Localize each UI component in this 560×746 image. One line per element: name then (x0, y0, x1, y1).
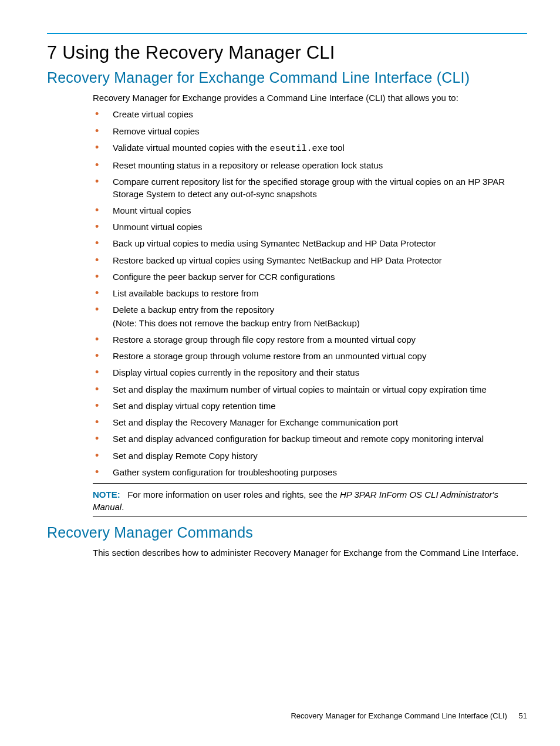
list-item: Restore a storage group through volume r… (93, 350, 527, 362)
list-item-subnote: (Note: This does not remove the backup e… (113, 318, 527, 329)
note-bottom-rule (93, 517, 527, 517)
list-item: Set and display Remote Copy history (93, 450, 527, 462)
section2-body: This section describes how to administer… (93, 547, 527, 559)
section1-body: Recovery Manager for Exchange provides a… (93, 92, 527, 517)
note-block: NOTE: For more information on user roles… (93, 488, 527, 513)
list-item: Reset mounting status in a repository or… (93, 160, 527, 171)
note-top-rule (93, 483, 527, 484)
section2-title: Recovery Manager Commands (47, 524, 527, 541)
code-eseutil: eseutil.exe (269, 144, 328, 154)
list-item: Create virtual copies (93, 109, 527, 120)
bullet-list: Create virtual copies Remove virtual cop… (93, 109, 527, 478)
list-item: Configure the peer backup server for CCR… (93, 271, 527, 283)
list-item: Mount virtual copies (93, 205, 527, 217)
section1-title: Recovery Manager for Exchange Command Li… (47, 69, 527, 86)
list-item: Remove virtual copies (93, 126, 527, 137)
list-item: Validate virtual mounted copies with the… (93, 142, 527, 155)
section1-intro: Recovery Manager for Exchange provides a… (93, 92, 527, 104)
note-text-pre: For more information on user roles and r… (127, 490, 340, 499)
list-item: Gather system configuration for troubles… (93, 467, 527, 478)
list-item: Unmount virtual copies (93, 221, 527, 233)
footer-text: Recovery Manager for Exchange Command Li… (291, 711, 507, 720)
list-item: Delete a backup entry from the repositor… (93, 304, 527, 329)
list-item: Display virtual copies currently in the … (93, 367, 527, 379)
top-rule (47, 33, 527, 34)
chapter-title: 7 Using the Recovery Manager CLI (47, 42, 527, 63)
note-label: NOTE: (93, 490, 120, 499)
page-number: 51 (519, 711, 527, 720)
page-footer: Recovery Manager for Exchange Command Li… (291, 711, 527, 720)
list-item: Set and display virtual copy retention t… (93, 400, 527, 412)
section2-text: This section describes how to administer… (93, 547, 527, 559)
note-text-post: . (122, 502, 124, 512)
page: 7 Using the Recovery Manager CLI Recover… (0, 0, 560, 746)
chapter-text: Using the Recovery Manager CLI (62, 42, 335, 63)
list-item: Back up virtual copies to media using Sy… (93, 238, 527, 249)
list-item: Set and display advanced configuration f… (93, 433, 527, 445)
list-item: Restore a storage group through file cop… (93, 334, 527, 346)
list-item: List available backups to restore from (93, 288, 527, 299)
list-item: Set and display the Recovery Manager for… (93, 417, 527, 428)
list-item: Compare current repository list for the … (93, 176, 527, 200)
list-item: Restore backed up virtual copies using S… (93, 255, 527, 266)
list-item: Set and display the maximum number of vi… (93, 384, 527, 396)
chapter-number: 7 (47, 42, 57, 63)
